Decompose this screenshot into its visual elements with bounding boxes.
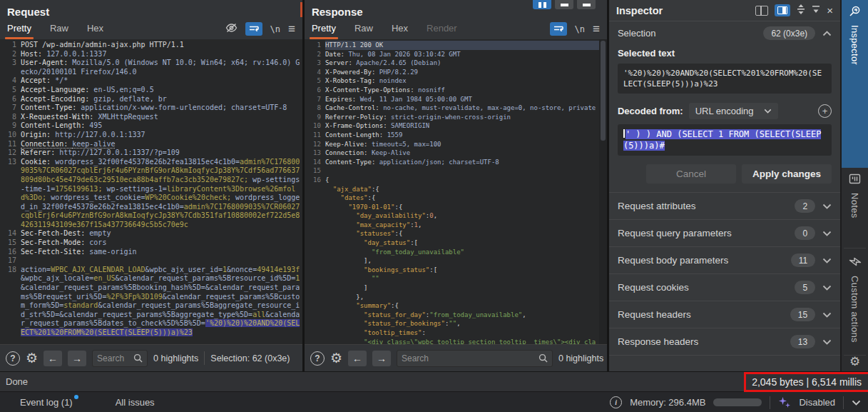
all-issues-link[interactable]: All issues [116,397,155,408]
search-settings-icon[interactable]: ⚙ [330,351,342,365]
code-text[interactable]: "1970-01-01":{ [325,203,599,212]
layout-rows-button[interactable] [555,0,573,9]
chevron-down-icon[interactable] [822,339,832,345]
settings-gear-icon[interactable]: ⚙ [849,354,860,369]
code-text[interactable]: action=WPBC_AJX_CALENDAR_LOAD&wpbc_ajx_u… [21,266,302,338]
code-text[interactable]: "<div class=\"wpbc_tooltip_section toolt… [325,338,599,344]
code-text[interactable]: "" [325,274,599,283]
code-text[interactable]: User-Agent: Mozilla/5.0 (Windows NT 10.0… [21,59,302,76]
previous-match-button[interactable]: ← [44,351,62,366]
code-text[interactable]: Server: Apache/2.4.65 (Debian) [325,59,599,68]
tab-raw[interactable]: Raw [50,23,68,39]
code-text[interactable]: Keep-Alive: timeout=5, max=100 [325,140,599,149]
code-text[interactable]: Content-Length: 495 [21,121,302,131]
chevron-down-icon[interactable] [852,400,861,406]
code-text[interactable]: Date: Thu, 08 Jan 2026 03:10:42 GMT [325,50,599,59]
collapse-all-icon[interactable] [812,4,820,17]
response-scrollbar[interactable] [599,39,607,344]
code-text[interactable]: "max_capacity":1, [325,221,599,230]
section-response-headers[interactable]: Response headers13 [609,328,840,356]
section-request-query-parameters[interactable]: Request query parameters0 [609,219,840,246]
ai-status[interactable]: Disabled [799,397,835,408]
code-text[interactable]: "day_availability":0, [325,211,599,221]
editor-menu-icon[interactable]: ≡ [288,26,295,33]
add-decoding-icon[interactable]: + [818,104,832,118]
chevron-down-icon[interactable] [822,285,832,291]
code-text[interactable]: Referrer-Policy: strict-origin-when-cros… [325,113,599,122]
expand-all-icon[interactable] [797,4,805,17]
chevron-up-icon[interactable] [822,31,832,36]
code-text[interactable]: "ajx_data":{ [325,185,599,194]
previous-match-button[interactable]: ← [348,351,367,366]
code-text[interactable]: X-Frame-Options: SAMEORIGIN [325,121,599,131]
code-text[interactable] [21,256,302,266]
section-request-body-parameters[interactable]: Request body parameters11 [609,246,840,273]
code-text[interactable]: Host: 127.0.0.1:1337 [21,50,302,59]
code-text[interactable]: Accept-Language: en-US,en;q=0.5 [21,86,302,95]
code-text[interactable]: HTTP/1.1 200 OK [325,41,599,50]
code-text[interactable]: X-Robots-Tag: noindex [325,76,599,86]
code-text[interactable]: Content-Type: application/x-www-form-url… [21,104,302,113]
tab-raw[interactable]: Raw [354,23,373,39]
response-search-input[interactable] [402,353,538,363]
search-settings-icon[interactable]: ⚙ [26,351,38,365]
tab-pretty[interactable]: Pretty [7,23,31,39]
code-text[interactable]: Accept-Encoding: gzip, deflate, br [21,95,302,104]
request-editor[interactable]: 1POST /wp-admin/admin-ajax.php HTTP/1.12… [0,39,302,344]
code-text[interactable]: ], [325,256,599,266]
code-text[interactable]: Connection: Keep-Alive [325,149,599,158]
sidebar-tab-custom-actions[interactable]: Custom actions [842,251,868,356]
code-text[interactable]: "status_for_bookings":"", [325,319,599,328]
code-text[interactable]: Cache-Control: no-cache, must-revalidate… [325,104,599,113]
code-text[interactable]: Sec-Fetch-Dest: empty [21,229,302,238]
info-icon[interactable]: i [610,396,622,408]
code-text[interactable]: "status_for_day":"from_today_unavailable… [325,311,599,320]
code-text[interactable]: Content-Type: application/json; charset=… [325,158,599,167]
code-text[interactable] [325,166,599,176]
event-log-link[interactable]: Event log (1) [20,397,78,408]
section-request-headers[interactable]: Request headers15 [609,301,840,328]
code-text[interactable]: X-Requested-With: XMLHttpRequest [21,113,302,122]
code-text[interactable]: "summary":{ [325,301,599,311]
code-text[interactable]: Connection: keep-alive [21,140,302,149]
code-text[interactable]: "day_status":[ [325,238,599,248]
encoding-select[interactable]: URL encoding [689,103,778,119]
code-text[interactable]: "from_today_unavailable" [325,248,599,257]
help-icon[interactable]: ? [6,351,20,366]
chevron-down-icon[interactable] [822,312,832,318]
show-newlines-icon[interactable]: \n [575,24,585,34]
section-request-cookies[interactable]: Request cookies5 [609,273,840,301]
code-text[interactable]: "bookings_status":[ [325,266,599,275]
tab-hex[interactable]: Hex [392,23,408,39]
code-text[interactable]: Content-Length: 1559 [325,131,599,140]
word-wrap-icon[interactable] [550,22,567,36]
code-text[interactable]: "dates":{ [325,194,599,203]
next-match-button[interactable]: → [372,351,391,366]
chevron-down-icon[interactable] [822,204,832,209]
response-editor[interactable]: 1HTTP/1.1 200 OK2Date: Thu, 08 Jan 2026 … [305,39,607,344]
tab-pretty[interactable]: Pretty [312,23,336,39]
dock-left-icon[interactable] [755,6,768,16]
layout-columns-button[interactable] [533,0,551,9]
code-text[interactable]: Referer: http://127.0.0.1:1337/?p=109 [21,149,302,158]
code-text[interactable]: Sec-Fetch-Mode: cors [21,238,302,248]
next-match-button[interactable]: → [68,351,86,366]
section-request-attributes[interactable]: Request attributes2 [609,192,840,219]
code-text[interactable]: Accept: */* [21,76,302,86]
layout-single-button[interactable] [577,0,596,9]
code-text[interactable]: ] [325,283,599,293]
code-text[interactable]: Cookie: wordpress_32f00fe45378e26b2fea13… [21,158,302,230]
code-text[interactable]: { [325,176,599,185]
show-newlines-icon[interactable]: \n [270,24,280,34]
cancel-button[interactable]: Cancel [646,164,736,184]
selected-text-box[interactable]: '%20)%20)%20AND%20(SELECT%201%20FROM%20(… [618,64,832,94]
code-text[interactable]: POST /wp-admin/admin-ajax.php HTTP/1.1 [21,41,302,50]
apply-changes-button[interactable]: Apply changes [742,164,832,184]
code-text[interactable]: "tooltip_times": [325,328,599,338]
code-text[interactable]: Origin: http://127.0.0.1:1337 [21,131,302,140]
code-text[interactable]: X-Powered-By: PHP/8.2.29 [325,68,599,77]
code-text[interactable]: }, [325,293,599,302]
word-wrap-icon[interactable] [245,22,262,36]
selection-section-header[interactable]: Selection 62 (0x3e) [609,21,840,45]
help-icon[interactable]: ? [310,351,325,366]
